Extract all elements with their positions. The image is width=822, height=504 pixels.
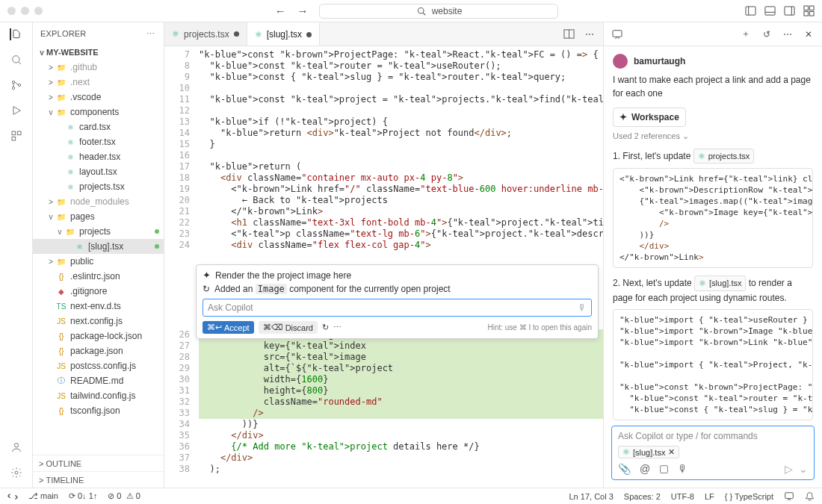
- tree-item[interactable]: ⚛layout.tsx: [33, 164, 164, 179]
- tree-item[interactable]: {}tsconfig.json: [33, 403, 164, 418]
- regenerate-icon[interactable]: ↻: [322, 323, 329, 332]
- copilot-input[interactable]: Ask Copilot or type / for commands ⚛ [sl…: [611, 426, 815, 480]
- tab-label: [slug].tsx: [267, 29, 302, 40]
- sidebar-more-icon[interactable]: ⋯: [144, 28, 156, 40]
- close-panel-icon[interactable]: ✕: [803, 28, 815, 40]
- mic-icon[interactable]: 🎙: [578, 302, 587, 313]
- bell-icon[interactable]: [805, 491, 815, 501]
- outline-section[interactable]: > OUTLINE: [33, 455, 164, 471]
- tree-item[interactable]: >📁public: [33, 254, 164, 269]
- tree-item[interactable]: >📁.vscode: [33, 90, 164, 105]
- encoding-indicator[interactable]: UTF-8: [671, 492, 694, 501]
- tree-item[interactable]: v📁components: [33, 105, 164, 119]
- history-icon[interactable]: ↺: [761, 28, 773, 40]
- editor-tab[interactable]: ⚛projects.tsx: [164, 22, 247, 46]
- folder-root[interactable]: v MY-WEBSITE: [33, 45, 164, 60]
- debug-icon[interactable]: [10, 105, 22, 116]
- send-menu-icon[interactable]: ⌄: [799, 463, 808, 475]
- tree-item[interactable]: JStailwind.config.js: [33, 388, 164, 403]
- gear-icon[interactable]: [10, 467, 22, 479]
- split-editor-icon[interactable]: [563, 28, 575, 40]
- chip-close-icon[interactable]: ✕: [668, 447, 675, 457]
- svg-rect-25: [613, 30, 622, 37]
- new-chat-icon[interactable]: ＋: [740, 28, 752, 40]
- indent-indicator[interactable]: Spaces: 2: [624, 492, 661, 501]
- context-chip[interactable]: ⚛ [slug].tsx ✕: [618, 446, 679, 458]
- tree-item[interactable]: v📁projects: [33, 224, 164, 239]
- language-indicator[interactable]: { } TypeScript: [725, 492, 773, 501]
- inline-input[interactable]: Ask Copilot 🎙: [203, 299, 592, 317]
- tree-label: package-lock.json: [70, 331, 142, 341]
- code-editor[interactable]: 7 8 9 10 11 12 13 14 15 16 17 18 19 20 2…: [164, 46, 603, 488]
- references[interactable]: Used 2 references ⌄: [613, 130, 813, 143]
- layout-custom-icon[interactable]: [803, 5, 815, 17]
- attach-icon[interactable]: 📎: [618, 463, 631, 475]
- mention-icon[interactable]: @: [640, 463, 650, 475]
- tree-item[interactable]: JSpostcss.config.js: [33, 358, 164, 373]
- sync-indicator[interactable]: ⟳ 0↓ 1↑: [69, 491, 97, 501]
- extensions-icon[interactable]: [10, 130, 22, 142]
- layout-right-icon[interactable]: [783, 5, 795, 17]
- tree-item[interactable]: v📁pages: [33, 209, 164, 224]
- editor-tab[interactable]: ⚛[slug].tsx: [247, 22, 320, 46]
- workspace-chip[interactable]: ✦ Workspace: [613, 108, 686, 127]
- copilot-more-icon[interactable]: ⋯: [782, 28, 794, 40]
- timeline-section[interactable]: > TIMELINE: [33, 471, 164, 488]
- file-icon: JS: [55, 362, 67, 370]
- tree-label: .vscode: [70, 92, 101, 102]
- discard-button[interactable]: ⌘⌫ Discard: [259, 321, 318, 334]
- tree-label: components: [70, 107, 119, 117]
- status-bar: ⎇ main ⟳ 0↓ 1↑ ⊘ 0 ⚠ 0 Ln 17, Col 3 Spac…: [0, 488, 822, 504]
- tree-item[interactable]: ⚛projects.tsx: [33, 179, 164, 194]
- command-center[interactable]: website: [319, 4, 558, 19]
- tree-item[interactable]: {}package.json: [33, 343, 164, 358]
- layout-left-icon[interactable]: [744, 5, 756, 17]
- branch-indicator[interactable]: ⎇ main: [28, 491, 58, 501]
- file-chip-slug[interactable]: ⚛ [slug].tsx: [694, 276, 746, 291]
- layout-bottom-icon[interactable]: [764, 5, 776, 17]
- nav-fwd-icon[interactable]: →: [297, 5, 309, 17]
- clock-icon: ↻: [203, 284, 210, 294]
- tree-item[interactable]: {}.eslintrc.json: [33, 269, 164, 284]
- remote-icon[interactable]: [7, 491, 18, 502]
- tree-item[interactable]: JSnext.config.js: [33, 314, 164, 329]
- send-icon[interactable]: ▷: [785, 463, 793, 475]
- svg-rect-10: [803, 11, 808, 16]
- svg-line-1: [423, 13, 425, 15]
- file-icon: {}: [55, 273, 67, 281]
- tree-item[interactable]: ⚛footer.tsx: [33, 134, 164, 149]
- feedback-icon[interactable]: [784, 491, 794, 502]
- command-center-text: website: [432, 6, 463, 16]
- scm-icon[interactable]: [10, 79, 22, 91]
- problems-indicator[interactable]: ⊘ 0 ⚠ 0: [108, 491, 140, 501]
- file-chip-projects[interactable]: ⚛ projects.tsx: [693, 149, 755, 164]
- tree-item[interactable]: ⓘREADME.md: [33, 373, 164, 388]
- cursor-position[interactable]: Ln 17, Col 3: [569, 492, 614, 501]
- tree-item[interactable]: {}package-lock.json: [33, 329, 164, 343]
- accept-button[interactable]: ⌘↩ Accept: [203, 321, 254, 334]
- chat-icon[interactable]: [611, 28, 623, 40]
- inline-more-icon[interactable]: ⋯: [333, 323, 342, 332]
- tree-item[interactable]: ⚛header.tsx: [33, 149, 164, 164]
- tree-item[interactable]: ⚛[slug].tsx: [33, 239, 164, 254]
- tree-item[interactable]: ◆.gitignore: [33, 284, 164, 299]
- tree-item[interactable]: TSnext-env.d.ts: [33, 299, 164, 314]
- account-icon[interactable]: [10, 441, 22, 453]
- nav-back-icon[interactable]: ←: [274, 5, 286, 17]
- explorer-icon[interactable]: [10, 28, 22, 40]
- tree-item[interactable]: >📁.next: [33, 75, 164, 90]
- tree-item[interactable]: >📁.github: [33, 60, 164, 75]
- tree-label: [slug].tsx: [88, 241, 123, 252]
- close-dot[interactable]: [7, 7, 16, 15]
- hash-icon[interactable]: [659, 464, 669, 474]
- editor-more-icon[interactable]: ⋯: [584, 28, 596, 40]
- file-icon: 📁: [64, 228, 76, 236]
- tree-label: card.tsx: [79, 122, 111, 132]
- eol-indicator[interactable]: LF: [705, 492, 714, 501]
- tree-item[interactable]: ⚛card.tsx: [33, 119, 164, 134]
- search-activity-icon[interactable]: [10, 54, 22, 66]
- max-dot[interactable]: [34, 7, 43, 15]
- tree-item[interactable]: >📁node_modules: [33, 194, 164, 209]
- mic-icon[interactable]: 🎙: [678, 463, 688, 475]
- min-dot[interactable]: [21, 7, 29, 15]
